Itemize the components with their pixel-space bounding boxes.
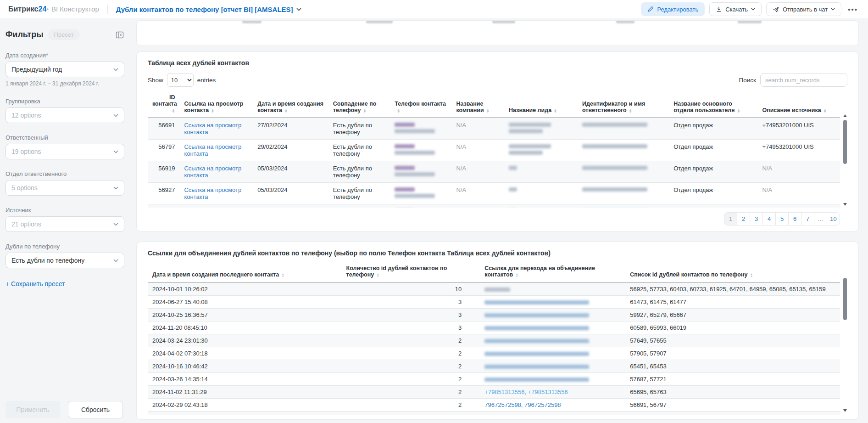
search-input[interactable] bbox=[760, 73, 847, 87]
scroll-up-arrow[interactable] bbox=[843, 114, 847, 117]
clipped-text-fragment bbox=[738, 20, 762, 23]
column-header[interactable]: Название основного отдела пользователя▲▼ bbox=[669, 91, 757, 118]
filter-select[interactable]: Предыдущий год bbox=[6, 62, 124, 77]
last-contact-date-cell: 2024-06-27 15:40:08 bbox=[148, 296, 342, 309]
sort-icon[interactable]: ▲▼ bbox=[376, 273, 379, 277]
sort-icon[interactable]: ▲▼ bbox=[281, 273, 284, 277]
page-button[interactable]: 4 bbox=[762, 212, 776, 226]
merge-contacts-link[interactable]: 79672572598, 79672572598 bbox=[484, 401, 561, 408]
logo-text-1: Битрикс bbox=[8, 5, 38, 13]
column-header[interactable]: Ссылка на просмотр контакта▲▼ bbox=[179, 91, 253, 118]
apply-button[interactable]: Применить bbox=[6, 401, 60, 418]
contact-phone-cell bbox=[390, 204, 451, 208]
page-button[interactable]: 7 bbox=[801, 212, 814, 226]
filter-select[interactable]: 5 options bbox=[6, 180, 124, 196]
report-title: Дубли контактов по телефону [отчет BI] [… bbox=[116, 6, 293, 13]
column-header[interactable]: Дата и время создания последнего контакт… bbox=[148, 262, 342, 282]
sort-icon[interactable]: ▲▼ bbox=[515, 273, 518, 277]
merge-link-cell bbox=[480, 347, 625, 360]
page-size-select[interactable]: 10 bbox=[167, 73, 194, 87]
company-name-cell: N/A bbox=[451, 118, 504, 140]
contact-id-cell: 57217 bbox=[148, 204, 179, 208]
table2-scrollbar[interactable] bbox=[843, 262, 847, 415]
column-header[interactable]: Телефон контакта▲▼ bbox=[390, 91, 451, 118]
sort-icon[interactable]: ▲▼ bbox=[750, 273, 753, 277]
filter-select[interactable]: Есть дубли по телефону bbox=[6, 253, 124, 268]
column-header[interactable]: Список id дублей контактов по телефону▲▼ bbox=[625, 262, 840, 282]
filter-label: Дубли по телефону bbox=[6, 243, 124, 250]
page-button[interactable]: 10 bbox=[827, 212, 840, 226]
contact-link-cell: Ссылка на просмотр контакта bbox=[179, 204, 253, 208]
sort-icon[interactable]: ▲▼ bbox=[172, 108, 175, 113]
duplicate-count-cell: 2 bbox=[342, 334, 480, 347]
collapse-panel-icon bbox=[115, 30, 124, 39]
chevron-down-icon bbox=[113, 68, 118, 71]
sort-icon[interactable]: ▲▼ bbox=[823, 108, 827, 113]
column-header[interactable]: Дата и время создания контакта▲▼ bbox=[253, 91, 328, 118]
last-contact-date-cell: 2024-03-26 14:35:14 bbox=[148, 373, 342, 386]
column-header[interactable]: Количество id дублей контактов по телефо… bbox=[342, 262, 480, 282]
table-row: 56927Ссылка на просмотр контакта05/03/20… bbox=[148, 183, 840, 204]
filter-select[interactable]: 21 options bbox=[6, 216, 124, 232]
table-row: 2024-06-27 15:40:08361473, 61475, 61477 bbox=[148, 296, 840, 309]
source-description: N/A bbox=[762, 186, 772, 193]
contact-view-link[interactable]: Ссылка на просмотр контакта bbox=[184, 143, 241, 157]
table-row: 2024-02-29 02:43:18279672572598, 7967257… bbox=[148, 399, 840, 412]
reset-button[interactable]: Сбросить bbox=[68, 401, 123, 418]
page-button[interactable]: 3 bbox=[750, 212, 763, 226]
sort-icon[interactable]: ▲▼ bbox=[397, 108, 400, 113]
filter-group: Дубли по телефонуЕсть дубли по телефону bbox=[6, 243, 124, 268]
redacted-text bbox=[582, 187, 647, 192]
save-preset-link[interactable]: + Сохранить пресет bbox=[6, 280, 65, 288]
contact-view-link[interactable]: Ссылка на просмотр контакта bbox=[184, 165, 241, 179]
scroll-down-arrow[interactable] bbox=[843, 203, 847, 206]
duplicate-ids-cell: 56925, 57733, 60403, 60733, 61925, 64701… bbox=[625, 282, 840, 296]
scroll-down-arrow[interactable] bbox=[843, 409, 847, 412]
column-header[interactable]: Название лида▲▼ bbox=[504, 91, 578, 118]
redacted-text bbox=[582, 144, 647, 148]
contact-view-link[interactable]: Ссылка на просмотр контакта bbox=[184, 122, 241, 135]
column-header[interactable]: Совпадение по телефону▲▼ bbox=[328, 91, 390, 118]
page-button[interactable]: 5 bbox=[775, 212, 789, 226]
sort-icon[interactable]: ▲▼ bbox=[284, 108, 288, 113]
sort-icon[interactable]: ▲▼ bbox=[629, 108, 632, 113]
edit-button[interactable]: Редактировать bbox=[641, 2, 705, 16]
sort-icon[interactable]: ▲▼ bbox=[737, 108, 740, 113]
collapse-sidebar-button[interactable] bbox=[115, 30, 124, 39]
phone-match-cell: Есть дубли по телефону bbox=[328, 204, 390, 208]
table1-scrollbar[interactable] bbox=[843, 91, 847, 208]
merge-contacts-link[interactable]: 79196359013, 79196359013 bbox=[484, 414, 561, 415]
column-header[interactable]: Описание источника▲▼ bbox=[757, 91, 840, 118]
sort-icon[interactable]: ▲▼ bbox=[211, 108, 214, 113]
contact-view-link[interactable]: Ссылка на просмотр контакта bbox=[184, 186, 241, 200]
sort-icon[interactable]: ▲▼ bbox=[554, 108, 557, 113]
page-button[interactable]: 1 bbox=[724, 212, 737, 226]
company-name-cell: N/A bbox=[451, 140, 504, 161]
report-title-dropdown[interactable]: Дубли контактов по телефону [отчет BI] [… bbox=[116, 6, 301, 13]
filter-select[interactable]: 19 options bbox=[6, 144, 124, 159]
column-header[interactable]: Ссылка для перехода на объединение конта… bbox=[480, 262, 625, 282]
filter-select[interactable]: 12 options bbox=[6, 107, 124, 123]
sort-icon[interactable]: ▲▼ bbox=[363, 108, 367, 113]
send-to-chat-button[interactable]: Отправить в чат bbox=[766, 2, 841, 16]
column-header[interactable]: Идентификатор и имя ответственного▲▼ bbox=[578, 91, 669, 118]
redacted-text bbox=[484, 326, 589, 330]
column-header[interactable]: Название компании▲▼ bbox=[451, 91, 504, 118]
duplicate-ids-cell: 60589, 65993, 66019 bbox=[625, 321, 840, 334]
responsible-cell bbox=[578, 118, 669, 140]
scrollbar-thumb[interactable] bbox=[843, 278, 847, 320]
scrollbar-thumb[interactable] bbox=[843, 120, 847, 164]
more-menu-button[interactable]: ••• bbox=[846, 6, 860, 13]
redacted-text bbox=[395, 144, 415, 148]
page-button[interactable]: … bbox=[814, 212, 827, 226]
merge-contacts-link[interactable]: +79851313556, +79851313556 bbox=[484, 389, 568, 395]
department-cell: Отдел продаж bbox=[669, 140, 757, 161]
source-cell: N/A bbox=[757, 161, 840, 183]
clipped-widget-card bbox=[136, 20, 859, 46]
download-button[interactable]: Скачать bbox=[709, 2, 762, 16]
page-button[interactable]: 6 bbox=[788, 212, 801, 226]
lead-name-cell bbox=[504, 118, 578, 140]
sort-icon[interactable]: ▲▼ bbox=[486, 108, 490, 113]
page-button[interactable]: 2 bbox=[737, 212, 750, 226]
column-header[interactable]: ID контакта▲▼ bbox=[148, 91, 179, 118]
